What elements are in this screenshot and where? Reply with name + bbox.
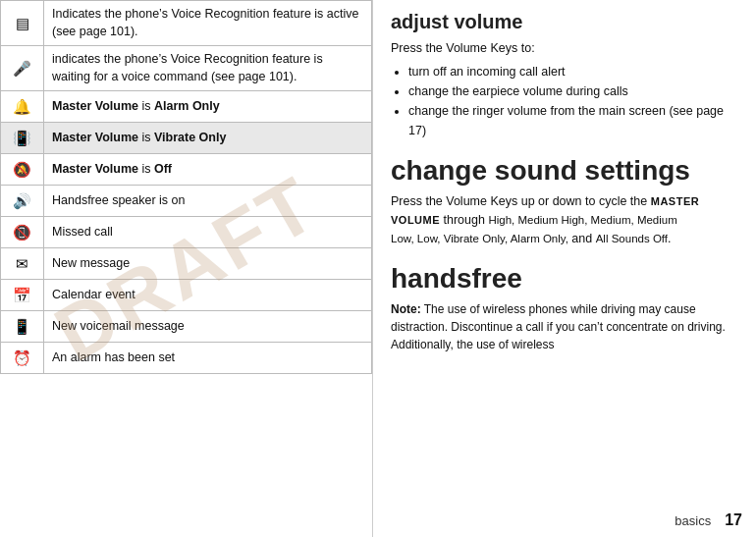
bullet-list: turn off an incoming call alertchange th… xyxy=(408,62,738,140)
table-row: 🔕Master Volume is Off xyxy=(1,154,372,186)
page-number: 17 xyxy=(725,511,742,529)
icon-cell: 📵 xyxy=(1,217,44,248)
table-row: 🔊Handsfree speaker is on xyxy=(1,186,372,217)
table-row: ⏰An alarm has been set xyxy=(1,343,372,374)
table-row: 📳Master Volume is Vibrate Only xyxy=(1,123,372,154)
table-row: 🔔Master Volume is Alarm Only xyxy=(1,91,372,123)
adjust-volume-title: adjust volume xyxy=(391,10,738,33)
text-cell: An alarm has been set xyxy=(44,343,372,374)
icon-cell: ⏰ xyxy=(1,343,44,374)
text-cell: Master Volume is Off xyxy=(44,154,372,186)
text-cell: Calendar event xyxy=(44,280,372,311)
text-cell: New message xyxy=(44,248,372,280)
icon-cell: 🎤 xyxy=(1,46,44,91)
right-panel: adjust volume Press the Volume Keys to: … xyxy=(373,0,756,537)
section1-intro: Press the Volume Keys to: xyxy=(391,39,738,58)
table-row: 📱New voicemail message xyxy=(1,311,372,343)
icon-cell: 📱 xyxy=(1,311,44,343)
icon-cell: 🔕 xyxy=(1,154,44,186)
list-item: change the ringer volume from the main s… xyxy=(408,101,738,140)
handsfree-title: handsfree xyxy=(391,262,738,295)
text-cell: New voicemail message xyxy=(44,311,372,343)
table-row: ▤Indicates the phone’s Voice Recognition… xyxy=(1,1,372,46)
text-cell: Master Volume is Alarm Only xyxy=(44,91,372,123)
page-footer: basics 17 xyxy=(675,511,742,529)
note-text: Note: The use of wireless phones while d… xyxy=(391,300,738,353)
table-row: 📵Missed call xyxy=(1,217,372,248)
text-cell: Indicates the phone’s Voice Recognition … xyxy=(44,1,372,46)
icon-cell: 🔊 xyxy=(1,186,44,217)
icon-cell: 📅 xyxy=(1,280,44,311)
icon-cell: 🔔 xyxy=(1,91,44,123)
icon-cell: ✉ xyxy=(1,248,44,280)
table-row: 🎤indicates the phone’s Voice Recognition… xyxy=(1,46,372,91)
left-panel: DRAFT ▤Indicates the phone’s Voice Recog… xyxy=(0,0,373,537)
list-item: turn off an incoming call alert xyxy=(408,62,738,81)
text-cell: Missed call xyxy=(44,217,372,248)
footer-section-label: basics xyxy=(675,513,711,528)
icon-table: ▤Indicates the phone’s Voice Recognition… xyxy=(0,0,372,374)
list-item: change the earpiece volume during calls xyxy=(408,81,738,101)
icon-cell: 📳 xyxy=(1,123,44,154)
text-cell: Handsfree speaker is on xyxy=(44,186,372,217)
table-row: ✉New message xyxy=(1,248,372,280)
section2-body: Press the Volume Keys up or down to cycl… xyxy=(391,192,738,247)
table-row: 📅Calendar event xyxy=(1,280,372,311)
change-sound-settings-title: change sound settings xyxy=(391,154,738,188)
icon-cell: ▤ xyxy=(1,1,44,46)
text-cell: Master Volume is Vibrate Only xyxy=(44,123,372,154)
text-cell: indicates the phone’s Voice Recognition … xyxy=(44,46,372,91)
